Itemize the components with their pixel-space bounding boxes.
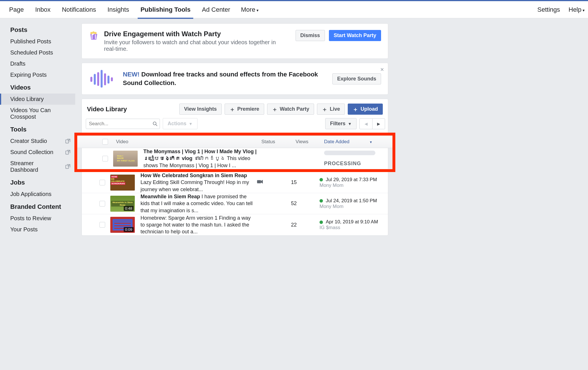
video-thumbnail[interactable]: HOWWECELEBRATESONGKRAN (110, 175, 135, 191)
svg-marker-19 (261, 180, 263, 184)
search-input-wrap (86, 119, 160, 129)
pagination: ◀ ▶ (359, 118, 385, 129)
row-checkbox[interactable] (99, 180, 105, 185)
filters-dropdown[interactable]: Filters ▼ (325, 118, 357, 129)
row-checkbox[interactable] (102, 156, 108, 161)
author-text: Mony Mom (320, 204, 388, 209)
content-area: Drive Engagement with Watch Party Invite… (75, 18, 394, 251)
sidebar-item-video-library[interactable]: Video Library (0, 94, 75, 105)
table-row[interactable]: HOWWECELEBRATESONGKRAN How We Celebrated… (82, 172, 388, 193)
live-button[interactable]: ＋Live (317, 104, 345, 115)
settings-link[interactable]: Settings (537, 6, 560, 13)
chevron-right-icon: ▶ (377, 122, 380, 126)
help-link[interactable]: Help▾ (569, 6, 585, 13)
video-thumbnail[interactable]: How IMADEMY FIRST VLOG (113, 151, 138, 167)
date-cell: Jul 24, 2019 at 1:50 PM Mony Mom (320, 198, 388, 209)
col-date-label: Date Added (324, 139, 349, 144)
video-title-tail: របៀបបង្កើត vlog (143, 155, 192, 161)
video-thumbnail[interactable]: 0:09 (110, 217, 135, 233)
view-insights-button[interactable]: View Insights (179, 104, 222, 115)
sidebar-group-videos: Videos (0, 80, 75, 94)
svg-point-16 (153, 122, 156, 125)
plus-icon: ＋ (272, 106, 278, 112)
svg-rect-15 (111, 77, 113, 81)
sidebar-item-job-applications[interactable]: Job Applications (0, 189, 75, 200)
plus-icon: ＋ (322, 106, 327, 112)
tab-publishing-tools[interactable]: Publishing Tools (135, 1, 196, 19)
page-prev-button[interactable]: ◀ (360, 119, 372, 129)
sidebar-item-creator-studio[interactable]: Creator Studio (0, 136, 75, 147)
external-link-icon (65, 164, 71, 169)
sidebar-item-posts-to-review[interactable]: Posts to Review (0, 213, 75, 224)
chevron-left-icon: ◀ (365, 122, 368, 126)
date-text: Jul 29, 2019 at 7:33 PM (326, 177, 377, 182)
tab-page[interactable]: Page (3, 1, 29, 19)
sidebar-item-label: Creator Studio (10, 138, 47, 144)
search-input[interactable] (86, 119, 160, 129)
new-badge: NEW! (123, 71, 140, 78)
video-library-title: Video Library (87, 106, 176, 113)
col-date-added[interactable]: Date Added▼ (324, 139, 392, 145)
watch-party-button[interactable]: ＋Watch Party (267, 104, 314, 115)
tab-inbox[interactable]: Inbox (29, 1, 56, 19)
sidebar-item-label: Streamer Dashboard (10, 160, 63, 173)
sound-banner-body: Download free tracks and sound effects f… (123, 71, 318, 86)
upload-button[interactable]: ＋Upload (348, 104, 383, 115)
views-cell: 52 (291, 201, 320, 207)
date-cell: PROCESSING (324, 151, 392, 167)
tab-notifications[interactable]: Notifications (56, 1, 102, 19)
tab-more[interactable]: More▾ (236, 1, 264, 19)
svg-rect-14 (107, 76, 109, 84)
svg-point-6 (90, 32, 93, 34)
table-row[interactable]: How IMADEMY FIRST VLOG The Monymass | Vl… (77, 148, 392, 169)
svg-rect-13 (104, 73, 106, 85)
actions-dropdown[interactable]: Actions ▼ (163, 118, 198, 129)
table-header: Video Status Views Date Added▼ (77, 136, 392, 148)
help-label: Help (569, 6, 581, 13)
date-text: Apr 10, 2019 at 9:10 AM (326, 219, 378, 225)
start-watch-party-button[interactable]: Start Watch Party (329, 30, 381, 41)
sidebar-item-your-posts[interactable]: Your Posts (0, 224, 75, 235)
page-next-button[interactable]: ▶ (372, 119, 385, 129)
svg-rect-4 (95, 35, 96, 39)
top-nav: Page Inbox Notifications Insights Publis… (0, 0, 588, 18)
dismiss-button[interactable]: Dismiss (296, 30, 325, 41)
sidebar-group-tools: Tools (0, 122, 75, 136)
caret-down-icon: ▼ (189, 122, 193, 126)
sidebar-item-sound-collection[interactable]: Sound Collection (0, 147, 75, 158)
plus-icon: ＋ (229, 106, 235, 112)
row-checkbox[interactable] (99, 222, 105, 228)
tab-insights[interactable]: Insights (102, 1, 135, 19)
status-dot-icon (320, 199, 323, 203)
sidebar-item-drafts[interactable]: Drafts (0, 58, 75, 69)
premiere-button[interactable]: ＋Premiere (225, 104, 264, 115)
video-thumbnail[interactable]: Meanwhile in Siem Reap0:48 (110, 196, 135, 212)
svg-line-17 (156, 124, 157, 126)
col-views[interactable]: Views (296, 139, 324, 145)
sidebar-item-streamer-dashboard[interactable]: Streamer Dashboard (0, 158, 75, 175)
svg-point-7 (92, 31, 95, 34)
col-status[interactable]: Status (261, 139, 296, 145)
select-all-checkbox[interactable] (102, 139, 108, 145)
sidebar-item-label: Sound Collection (10, 149, 53, 155)
table-row[interactable]: Meanwhile in Siem Reap0:48 Meanwhile in … (82, 193, 388, 214)
actions-label: Actions (168, 121, 186, 127)
highlight-box: Video Status Views Date Added▼ How IMADE… (74, 133, 395, 172)
sidebar-item-expiring-posts[interactable]: Expiring Posts (0, 69, 75, 80)
explore-sounds-button[interactable]: Explore Sounds (332, 73, 381, 84)
progress-pill (324, 151, 375, 155)
sidebar-item-scheduled-posts[interactable]: Scheduled Posts (0, 47, 75, 58)
status-cell (257, 179, 291, 186)
svg-rect-11 (97, 72, 99, 86)
table-row[interactable]: 0:09 Homebrew: Sparge Arm version 1 Find… (82, 214, 388, 235)
svg-rect-12 (101, 70, 103, 88)
svg-rect-18 (257, 180, 261, 183)
row-checkbox[interactable] (99, 201, 105, 207)
plus-icon: ＋ (353, 106, 358, 112)
sidebar-item-published-posts[interactable]: Published Posts (0, 36, 75, 47)
caret-down-icon: ▾ (583, 8, 585, 13)
sidebar-item-videos-crosspost[interactable]: Videos You Can Crosspost (0, 105, 75, 122)
close-icon[interactable]: × (380, 66, 384, 73)
tab-ad-center[interactable]: Ad Center (196, 1, 236, 19)
col-video[interactable]: Video (113, 139, 261, 145)
